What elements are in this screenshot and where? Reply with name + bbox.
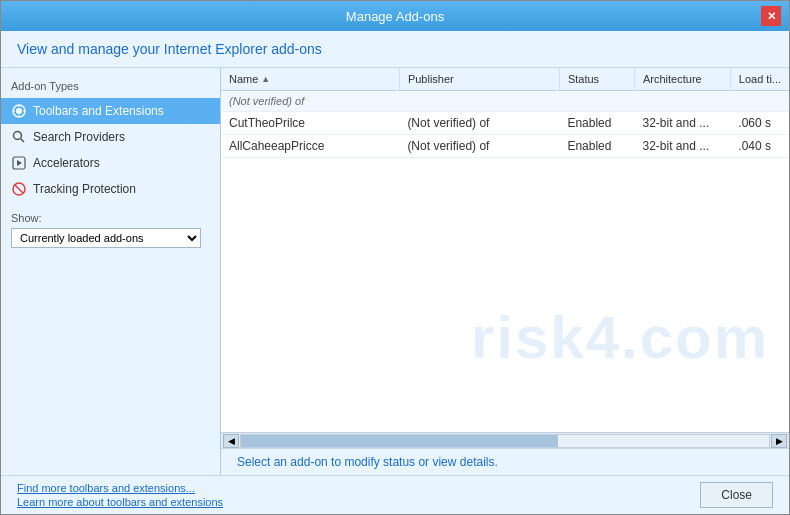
- sidebar-item-accelerators[interactable]: Accelerators: [1, 150, 220, 176]
- sort-arrow-name: ▲: [261, 74, 270, 84]
- col-architecture[interactable]: Architecture: [635, 68, 731, 91]
- svg-marker-9: [17, 160, 22, 166]
- horizontal-scrollbar[interactable]: ◀ ▶: [221, 432, 789, 448]
- left-panel: Add-on Types Toolbars and Extensions: [1, 68, 221, 475]
- header-section: View and manage your Internet Explorer a…: [1, 31, 789, 68]
- table-row[interactable]: AllCaheeapPricce (Not verified) of Enabl…: [221, 135, 789, 158]
- show-label: Show:: [1, 202, 220, 228]
- scroll-track[interactable]: [240, 434, 770, 448]
- scroll-thumb[interactable]: [241, 435, 558, 447]
- search-icon: [11, 129, 27, 145]
- scroll-right-button[interactable]: ▶: [771, 434, 787, 448]
- row-publisher: (Not verified) of: [399, 112, 559, 135]
- table-container: Name ▲ Publisher Status Arc: [221, 68, 789, 432]
- row-architecture: 32-bit and ...: [635, 112, 731, 135]
- row-architecture: 32-bit and ...: [635, 135, 731, 158]
- table-header-row: Name ▲ Publisher Status Arc: [221, 68, 789, 91]
- window-controls: ✕: [761, 6, 781, 26]
- col-status[interactable]: Status: [559, 68, 634, 91]
- status-bar: Select an add-on to modify status or vie…: [221, 448, 789, 475]
- close-button[interactable]: Close: [700, 482, 773, 508]
- bottom-bar: Find more toolbars and extensions... Lea…: [1, 475, 789, 514]
- sidebar-item-search[interactable]: Search Providers: [1, 124, 220, 150]
- tracking-icon: [11, 181, 27, 197]
- group-header-cell: (Not verified) of: [221, 91, 789, 112]
- search-label: Search Providers: [33, 130, 125, 144]
- tracking-label: Tracking Protection: [33, 182, 136, 196]
- main-content: Add-on Types Toolbars and Extensions: [1, 68, 789, 475]
- watermark: risk4.com: [451, 303, 789, 372]
- svg-line-7: [21, 139, 25, 143]
- right-panel: Name ▲ Publisher Status Arc: [221, 68, 789, 475]
- accelerators-icon: [11, 155, 27, 171]
- col-publisher[interactable]: Publisher: [399, 68, 559, 91]
- watermark-text: risk4.com: [471, 303, 769, 372]
- svg-point-6: [14, 132, 22, 140]
- row-name: AllCaheeapPricce: [221, 135, 399, 158]
- group-header-row: (Not verified) of: [221, 91, 789, 112]
- window-close-button[interactable]: ✕: [761, 6, 781, 26]
- title-bar: Manage Add-ons ✕: [1, 1, 789, 31]
- svg-point-1: [16, 108, 22, 114]
- row-publisher: (Not verified) of: [399, 135, 559, 158]
- col-loadtime[interactable]: Load ti...: [730, 68, 789, 91]
- addons-table: Name ▲ Publisher Status Arc: [221, 68, 789, 158]
- scroll-left-button[interactable]: ◀: [223, 434, 239, 448]
- learn-more-link[interactable]: Learn more about toolbars and extensions: [17, 496, 223, 508]
- addon-types-label: Add-on Types: [1, 76, 220, 98]
- bottom-links: Find more toolbars and extensions... Lea…: [17, 482, 223, 508]
- row-status: Enabled: [559, 135, 634, 158]
- manage-addons-window: Manage Add-ons ✕ View and manage your In…: [0, 0, 790, 515]
- toolbars-icon: [11, 103, 27, 119]
- sidebar-item-tracking[interactable]: Tracking Protection: [1, 176, 220, 202]
- svg-line-11: [15, 185, 24, 194]
- sidebar-item-toolbars[interactable]: Toolbars and Extensions: [1, 98, 220, 124]
- show-select[interactable]: Currently loaded add-ons All add-ons Dis…: [11, 228, 201, 248]
- window-title: Manage Add-ons: [29, 9, 761, 24]
- table-row[interactable]: CutTheoPrilce (Not verified) of Enabled …: [221, 112, 789, 135]
- col-name[interactable]: Name ▲: [221, 68, 399, 91]
- row-loadtime: .040 s: [730, 135, 789, 158]
- status-text: Select an add-on to modify status or vie…: [237, 455, 498, 469]
- row-name: CutTheoPrilce: [221, 112, 399, 135]
- row-loadtime: .060 s: [730, 112, 789, 135]
- header-text: View and manage your Internet Explorer a…: [17, 41, 322, 57]
- find-toolbars-link[interactable]: Find more toolbars and extensions...: [17, 482, 223, 494]
- toolbars-label: Toolbars and Extensions: [33, 104, 164, 118]
- row-status: Enabled: [559, 112, 634, 135]
- accelerators-label: Accelerators: [33, 156, 100, 170]
